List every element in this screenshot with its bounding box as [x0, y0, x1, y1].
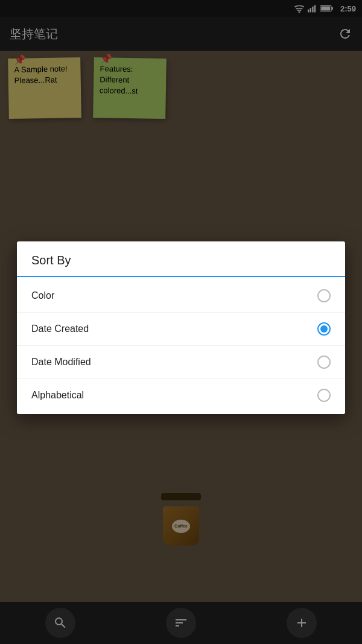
- dialog-options: Color Date Created Date Modified Alphabe…: [17, 277, 345, 414]
- sort-option-alphabetical[interactable]: Alphabetical: [17, 379, 345, 412]
- sort-dialog: Sort By Color Date Created Date Modified…: [17, 241, 345, 414]
- sort-option-color-label: Color: [31, 290, 54, 301]
- sort-option-date-modified-radio[interactable]: [317, 355, 331, 369]
- sort-option-date-created[interactable]: Date Created: [17, 313, 345, 346]
- sort-option-date-created-label: Date Created: [31, 324, 89, 334]
- sort-option-color[interactable]: Color: [17, 279, 345, 313]
- sort-option-date-created-radio[interactable]: [317, 322, 331, 336]
- sort-option-color-radio[interactable]: [317, 289, 331, 302]
- sort-option-alphabetical-label: Alphabetical: [31, 390, 84, 401]
- sort-option-date-modified-label: Date Modified: [31, 357, 91, 368]
- dialog-title: Sort By: [17, 241, 345, 277]
- sort-option-date-modified[interactable]: Date Modified: [17, 346, 345, 379]
- sort-option-alphabetical-radio[interactable]: [317, 389, 331, 402]
